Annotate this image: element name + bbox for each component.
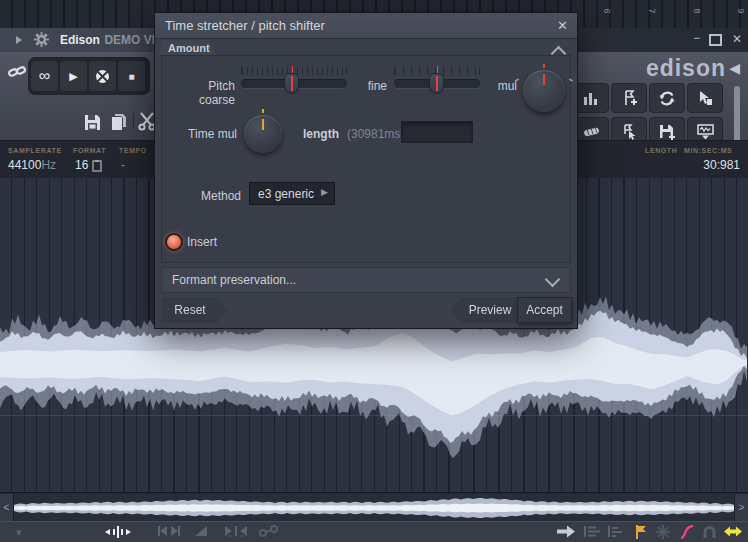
formant-label: Formant preservation... — [172, 273, 296, 287]
curve-icon[interactable] — [680, 525, 694, 539]
record-icon — [95, 69, 110, 84]
status-bar: ▾ — [0, 521, 748, 542]
cursor-select-icon — [697, 90, 713, 106]
format-value[interactable]: 16 — [75, 158, 88, 172]
tempo-value[interactable]: - — [121, 158, 125, 172]
bars-icon — [583, 91, 599, 105]
pitch-fine-slider[interactable] — [394, 67, 480, 101]
copy-icon[interactable] — [111, 113, 127, 131]
formant-section-header[interactable]: Formant preservation... — [161, 267, 571, 293]
format-label: FORMAT — [73, 147, 106, 154]
select-tool-button[interactable] — [687, 83, 723, 113]
snap-markers-icon[interactable] — [224, 525, 248, 537]
knob-pointer — [262, 119, 264, 130]
samplerate-value[interactable]: 44100Hz — [8, 158, 56, 172]
reset-button[interactable]: Reset — [161, 297, 228, 323]
mul-label: mul — [487, 79, 517, 93]
slider-handle[interactable] — [429, 73, 444, 94]
ramp-icon[interactable] — [194, 525, 208, 537]
transport-controls: ∞ ▶ ■ — [28, 57, 150, 95]
dropdown-arrow-icon: ▶ — [321, 187, 328, 197]
expand-chevron-icon — [545, 272, 561, 288]
samplerate-number: 44100 — [8, 158, 41, 172]
preview-button[interactable]: Preview — [451, 297, 521, 323]
background-scrollbar[interactable] — [734, 86, 740, 148]
options-caret-icon[interactable]: ▾ — [16, 526, 22, 539]
time-format-label: MIN:SEC:MS — [684, 147, 732, 154]
ruler-number: 7 — [647, 8, 657, 13]
play-button[interactable]: ▶ — [60, 61, 87, 91]
insert-radio[interactable] — [165, 233, 183, 251]
minimize-button[interactable]: − — [693, 31, 700, 45]
brush-icon — [583, 125, 600, 139]
dialog-titlebar[interactable]: Time stretcher / pitch shifter ✕ — [155, 13, 577, 39]
samplerate-unit: Hz — [41, 158, 56, 172]
stretch-arrows-icon[interactable] — [724, 525, 742, 538]
accept-button[interactable]: Accept — [517, 297, 572, 323]
ruler-number: 6 — [602, 8, 612, 13]
length-label: length — [303, 127, 339, 141]
tempo-label: TEMPO — [119, 147, 147, 154]
save-icon[interactable] — [84, 114, 101, 131]
link-icon[interactable] — [8, 64, 26, 80]
amount-section-tab[interactable]: Amount — [161, 40, 217, 56]
maximize-button[interactable] — [709, 34, 722, 46]
analysis-button[interactable] — [573, 83, 609, 113]
refresh-icon — [659, 91, 675, 106]
marker-list-icon[interactable] — [608, 525, 626, 538]
region-flag-icon[interactable] — [636, 525, 647, 539]
length-input[interactable] — [401, 121, 473, 143]
overview-waveform — [14, 493, 734, 522]
knob-top-tick — [262, 109, 264, 113]
dialog-close-icon[interactable]: ✕ — [557, 18, 568, 33]
magnet-icon[interactable] — [702, 525, 717, 538]
seek-waveform-icon[interactable] — [104, 525, 134, 539]
ruler-number: 8 — [692, 8, 702, 13]
add-marker-button[interactable] — [611, 83, 647, 113]
time-mul-label: Time mul — [175, 127, 237, 141]
length-hint: (30981ms) — [347, 127, 404, 141]
time-mul-knob[interactable] — [244, 115, 282, 153]
wave-export-icon — [697, 124, 714, 140]
screen: 6 7 8 9 Edison DEMO VERSION − — [0, 0, 748, 542]
window-title: Edison — [60, 33, 100, 47]
knob-top-tick — [543, 64, 545, 68]
gear-icon[interactable] — [34, 32, 49, 47]
link-playback-icon[interactable] — [258, 525, 280, 537]
speaker-icon: ◀ — [729, 60, 740, 76]
jump-markers-icon[interactable] — [158, 525, 180, 537]
fine-label: fine — [353, 79, 387, 93]
flag-plus-icon — [622, 90, 637, 106]
scroll-left-button[interactable]: < — [0, 494, 14, 521]
window-menu-icon[interactable] — [16, 36, 22, 44]
method-label: Method — [175, 189, 241, 203]
length-value[interactable]: 30:981 — [703, 158, 740, 172]
record-button[interactable] — [89, 61, 116, 91]
stop-button[interactable]: ■ — [118, 61, 145, 91]
dialog-title: Time stretcher / pitch shifter — [165, 18, 325, 33]
slider-handle[interactable] — [284, 73, 299, 94]
clipboard-icon — [92, 160, 102, 172]
demo-version-label: DEMO VERSION — [104, 33, 154, 47]
pitch-coarse-slider[interactable] — [241, 67, 347, 101]
knob-pointer — [543, 74, 545, 85]
run-arrow-icon[interactable] — [556, 525, 576, 538]
edison-logo: edison — [646, 55, 726, 82]
samplerate-label: SAMPLERATE — [8, 147, 62, 154]
ruler-number: 9 — [736, 8, 746, 13]
loop-button[interactable]: ∞ — [31, 61, 58, 91]
time-stretcher-dialog: Time stretcher / pitch shifter ✕ Amount … — [154, 12, 578, 329]
length-label: LENGTH — [645, 147, 677, 154]
insert-label: Insert — [187, 235, 217, 249]
freeze-icon[interactable] — [656, 525, 670, 539]
close-window-button[interactable]: ✕ — [732, 32, 742, 46]
scroll-right-button[interactable]: > — [734, 494, 748, 521]
method-value: e3 generic — [258, 187, 314, 201]
edit-list-icon[interactable] — [584, 525, 602, 538]
overview-strip[interactable]: < > — [0, 492, 748, 521]
pitch-coarse-label: Pitch coarse — [175, 79, 235, 107]
method-dropdown[interactable]: e3 generic ▶ — [249, 182, 335, 205]
reload-button[interactable] — [649, 83, 685, 113]
pitch-mul-knob[interactable] — [523, 70, 565, 112]
toolbar-separator — [133, 113, 134, 130]
